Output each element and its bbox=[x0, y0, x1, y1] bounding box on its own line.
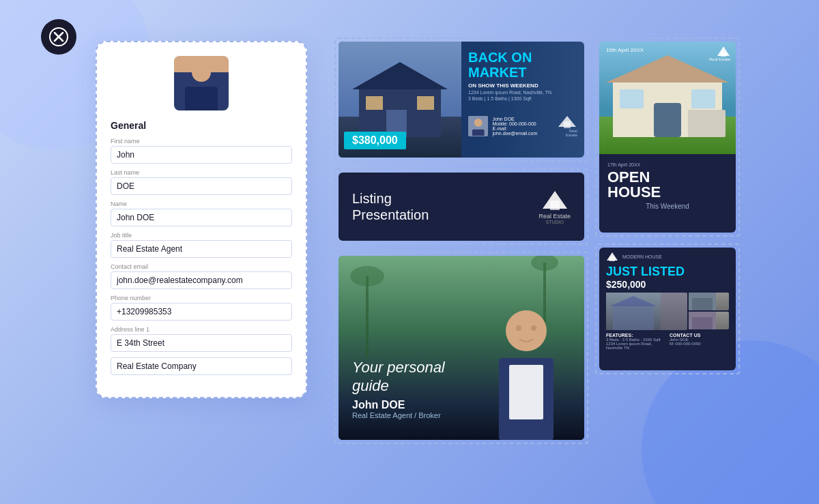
svg-rect-35 bbox=[688, 110, 725, 137]
listing-text: Listing Presentation bbox=[352, 190, 429, 223]
bom-content: BACK ON MARKET ON SHOW THIS WEEKEND 1234… bbox=[461, 42, 584, 158]
preview-area: $380,000 BACK ON MARKET ON SHOW THIS WEE… bbox=[334, 38, 740, 444]
person-body bbox=[185, 87, 218, 110]
jl-features-text: 3 Beds · 2.5 Baths · 1500 Sqft1234 Lorem… bbox=[606, 338, 665, 350]
svg-rect-32 bbox=[654, 103, 681, 137]
form-card: General First name John Last name DOE Na… bbox=[96, 41, 307, 398]
bom-subtitle: ON SHOW THIS WEEKEND bbox=[468, 83, 577, 89]
jl-side-photo-1 bbox=[689, 293, 729, 310]
field-job-title: Job title Real Estate Agent bbox=[111, 232, 292, 258]
back-on-market-wrapper: $380,000 BACK ON MARKET ON SHOW THIS WEE… bbox=[334, 38, 588, 162]
app-logo[interactable] bbox=[41, 19, 76, 55]
card-back-on-market: $380,000 BACK ON MARKET ON SHOW THIS WEE… bbox=[339, 42, 584, 158]
svg-rect-46 bbox=[692, 317, 713, 329]
bom-agent-mobile: Mobile: 000-000-000 bbox=[492, 121, 552, 126]
guide-agent-photo bbox=[489, 297, 564, 440]
guide-tagline: Your personal guide bbox=[352, 359, 445, 395]
ohs-date1: 16th April 20XX bbox=[606, 47, 644, 53]
bom-title: BACK ON MARKET bbox=[468, 50, 577, 80]
svg-rect-8 bbox=[366, 96, 383, 110]
avatar-person bbox=[174, 56, 229, 110]
card-guide: Your personal guide John DOE Real Estate… bbox=[339, 256, 584, 440]
jl-price: $250,000 bbox=[599, 279, 736, 293]
bom-price-tag: $380,000 bbox=[344, 132, 406, 149]
ohs-title: OPEN HOUSE bbox=[607, 170, 728, 200]
guide-role: Real Estate Agent / Broker bbox=[352, 411, 445, 419]
jl-footer: FEATURES: 3 Beds · 2.5 Baths · 1500 Sqft… bbox=[599, 333, 736, 350]
ohs-date2: 17th April 20XX bbox=[607, 162, 728, 167]
ohs-bottom: 17th April 20XX OPEN HOUSE This Weekend bbox=[599, 154, 736, 233]
card-just-listed: MODERN HOUSE JUST LISTED $250,000 bbox=[599, 248, 736, 370]
ohs-house-top: 16th April 20XX Real Estate bbox=[599, 42, 736, 154]
svg-rect-39 bbox=[609, 256, 615, 261]
guide-name: John DOE bbox=[352, 399, 445, 411]
jl-just-listed-label: JUST LISTED bbox=[599, 265, 736, 279]
svg-rect-25 bbox=[509, 365, 543, 419]
listing-presentation-wrapper: Listing Presentation Real Estate STUDIO bbox=[334, 168, 588, 245]
listing-logo: Real Estate STUDIO bbox=[538, 190, 571, 224]
field-email: Contact email john.doe@realestatecompany… bbox=[111, 263, 292, 289]
svg-rect-16 bbox=[550, 201, 560, 210]
avatar bbox=[174, 56, 229, 110]
bom-address: 1234 Lorem ipsum Road, Nashville, TN bbox=[468, 90, 577, 95]
jl-logo bbox=[606, 252, 618, 262]
field-address: Address line 1 E 34th Street bbox=[111, 326, 292, 352]
card-listing: Listing Presentation Real Estate STUDIO bbox=[339, 173, 584, 241]
jl-side-photos bbox=[689, 293, 729, 330]
bom-agent-info: John DOE Mobile: 000-000-000 E-mail: joh… bbox=[492, 117, 552, 136]
field-company: Real Estate Company bbox=[111, 357, 292, 375]
bom-agent: John DOE Mobile: 000-000-000 E-mail: joh… bbox=[468, 115, 577, 137]
svg-point-11 bbox=[474, 118, 483, 126]
avatar-area bbox=[111, 56, 292, 110]
jl-features: FEATURES: 3 Beds · 2.5 Baths · 1500 Sqft… bbox=[606, 333, 665, 350]
field-phone: Phone number +13209985353 bbox=[111, 295, 292, 321]
field-name: Name John DOE bbox=[111, 201, 292, 226]
svg-rect-41 bbox=[613, 306, 654, 330]
jl-contact-text: John DOEM: 000-000-0000 bbox=[670, 338, 729, 346]
bom-specs: 3 Beds | 1.5 Baths | 1300 Sqft bbox=[468, 96, 577, 101]
bom-house-photo: $380,000 bbox=[339, 42, 461, 158]
field-last-name: Last name DOE bbox=[111, 169, 292, 195]
svg-rect-9 bbox=[417, 96, 434, 110]
open-house-wrapper: 16th April 20XX Real Estate 17th April 2… bbox=[595, 38, 740, 237]
svg-point-23 bbox=[506, 310, 547, 351]
jl-main-photo bbox=[606, 293, 687, 330]
just-listed-wrapper: MODERN HOUSE JUST LISTED $250,000 bbox=[595, 243, 740, 374]
ohs-logo: Real Estate bbox=[709, 46, 730, 61]
bom-agent-name: John DOE bbox=[492, 117, 552, 121]
jl-contact: CONTACT US John DOEM: 000-000-0000 bbox=[670, 333, 729, 350]
svg-point-19 bbox=[350, 266, 384, 286]
ohs-subtitle: This Weekend bbox=[607, 203, 728, 210]
svg-rect-12 bbox=[472, 129, 485, 136]
svg-rect-18 bbox=[366, 276, 369, 358]
field-first-name: First name John bbox=[111, 138, 292, 164]
jl-modern-house: MODERN HOUSE bbox=[622, 254, 662, 259]
preview-col-right: 16th April 20XX Real Estate 17th April 2… bbox=[595, 38, 740, 444]
guide-text: Your personal guide John DOE Real Estate… bbox=[352, 359, 445, 419]
jl-header: MODERN HOUSE bbox=[599, 248, 736, 265]
bom-logo-small: Real Estate bbox=[557, 115, 577, 137]
svg-point-27 bbox=[531, 325, 536, 331]
bom-agent-email: E-mail: john.doe@email.com bbox=[492, 126, 552, 136]
card-open-house: 16th April 20XX Real Estate 17th April 2… bbox=[599, 42, 736, 233]
svg-point-26 bbox=[516, 325, 521, 331]
svg-rect-37 bbox=[721, 52, 726, 57]
svg-rect-33 bbox=[620, 89, 644, 108]
guide-wrapper: Your personal guide John DOE Real Estate… bbox=[334, 252, 588, 444]
preview-col-left: $380,000 BACK ON MARKET ON SHOW THIS WEE… bbox=[334, 38, 588, 444]
jl-photos bbox=[599, 293, 736, 333]
svg-rect-14 bbox=[564, 121, 571, 128]
person-head bbox=[192, 63, 211, 82]
svg-rect-34 bbox=[691, 89, 715, 108]
section-title: General bbox=[111, 120, 292, 131]
jl-side-photo-2 bbox=[689, 312, 729, 329]
bom-agent-avatar bbox=[468, 116, 488, 136]
svg-rect-44 bbox=[692, 298, 713, 310]
